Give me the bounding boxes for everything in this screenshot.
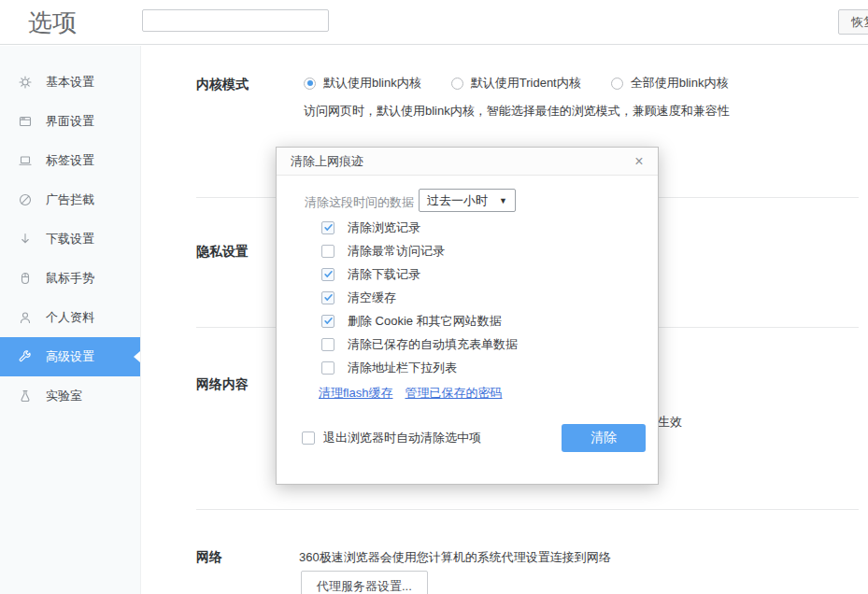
checkbox-label: 清除最常访问记录 bbox=[348, 243, 445, 260]
sidebar-item-mouse-gestures[interactable]: 鼠标手势 bbox=[0, 259, 140, 298]
dialog-titlebar: 清除上网痕迹 × bbox=[277, 148, 658, 176]
clear-browsing-traces-dialog: 清除上网痕迹 × 清除这段时间的数据： 过去一小时 ▼ 清除浏览记录 清除最常访… bbox=[276, 147, 659, 485]
sidebar-item-lab[interactable]: 实验室 bbox=[0, 376, 140, 416]
window-icon bbox=[18, 114, 33, 129]
sidebar-item-label: 高级设置 bbox=[46, 348, 94, 365]
wrench-icon bbox=[18, 349, 33, 364]
flask-icon bbox=[18, 389, 33, 403]
sidebar-item-label: 实验室 bbox=[46, 388, 82, 404]
clear-options-list: 清除浏览记录 清除最常访问记录 清除下载记录 清空缓存 删除 Cookie 和其… bbox=[321, 216, 518, 379]
radio-default-trident[interactable]: 默认使用Trident内核 bbox=[451, 75, 581, 92]
checkbox-icon bbox=[321, 268, 334, 281]
time-range-dropdown[interactable]: 过去一小时 ▼ bbox=[419, 189, 516, 212]
radio-default-blink[interactable]: 默认使用blink内核 bbox=[304, 75, 421, 92]
sidebar-item-ad-block[interactable]: 广告拦截 bbox=[0, 180, 140, 219]
block-icon bbox=[18, 192, 33, 207]
checkbox-icon bbox=[321, 338, 334, 351]
checkbox-icon bbox=[321, 315, 334, 328]
sidebar-item-basic-settings[interactable]: 基本设置 bbox=[0, 63, 140, 102]
proxy-server-settings-button[interactable]: 代理服务器设置... bbox=[301, 571, 428, 594]
checkbox-icon bbox=[321, 245, 334, 258]
sidebar-item-label: 鼠标手势 bbox=[46, 270, 94, 287]
sidebar-item-interface-settings[interactable]: 界面设置 bbox=[0, 102, 140, 141]
mouse-icon bbox=[18, 271, 33, 286]
person-icon bbox=[18, 310, 33, 325]
checkbox-label: 清除浏览记录 bbox=[348, 219, 420, 236]
sidebar-item-download-settings[interactable]: 下载设置 bbox=[0, 219, 140, 259]
dialog-links: 清理flash缓存 管理已保存的密码 bbox=[319, 385, 502, 402]
clear-button[interactable]: 清除 bbox=[562, 424, 646, 452]
gear-icon bbox=[18, 75, 33, 90]
manage-saved-passwords-link[interactable]: 管理已保存的密码 bbox=[405, 385, 502, 402]
kernel-mode-radio-group: 默认使用blink内核 默认使用Trident内核 全部使用blink内核 bbox=[304, 75, 728, 92]
checkbox-clear-download-history[interactable]: 清除下载记录 bbox=[321, 262, 518, 286]
checkbox-label: 清除已保存的自动填充表单数据 bbox=[348, 336, 518, 353]
checkbox-delete-cookies[interactable]: 删除 Cookie 和其它网站数据 bbox=[321, 309, 518, 332]
radio-circle-icon bbox=[304, 78, 316, 90]
radio-label: 全部使用blink内核 bbox=[631, 75, 729, 92]
obscured-partial-text: 生效 bbox=[658, 414, 682, 431]
checkbox-clear-browsing-history[interactable]: 清除浏览记录 bbox=[321, 216, 518, 239]
radio-label: 默认使用Trident内核 bbox=[471, 75, 581, 92]
network-label: 网络 bbox=[196, 549, 222, 566]
clear-flash-cache-link[interactable]: 清理flash缓存 bbox=[319, 385, 392, 402]
sidebar-item-tab-settings[interactable]: 标签设置 bbox=[0, 141, 140, 180]
chevron-down-icon: ▼ bbox=[499, 196, 507, 205]
time-range-value: 过去一小时 bbox=[427, 192, 488, 209]
sidebar-item-label: 基本设置 bbox=[46, 74, 94, 91]
close-icon[interactable]: × bbox=[630, 152, 648, 171]
sidebar: 基本设置 界面设置 标签设置 广告拦截 下载设置 鼠标手势 个人资料 bbox=[0, 46, 141, 594]
checkbox-clear-most-visited[interactable]: 清除最常访问记录 bbox=[321, 239, 518, 262]
radio-circle-icon bbox=[611, 78, 623, 90]
checkbox-icon bbox=[321, 361, 334, 375]
sidebar-item-label: 下载设置 bbox=[46, 231, 94, 248]
checkbox-clear-on-exit[interactable]: 退出浏览器时自动清除选中项 bbox=[302, 424, 481, 452]
radio-circle-icon bbox=[451, 78, 463, 90]
time-range-label: 清除这段时间的数据： bbox=[305, 194, 426, 211]
checkbox-icon bbox=[321, 221, 334, 234]
sidebar-item-label: 个人资料 bbox=[46, 309, 94, 326]
checkbox-clear-autofill[interactable]: 清除已保存的自动填充表单数据 bbox=[321, 332, 518, 356]
search-input[interactable] bbox=[142, 9, 329, 32]
privacy-settings-label: 隐私设置 bbox=[196, 244, 249, 261]
checkbox-label: 退出浏览器时自动清除选中项 bbox=[323, 430, 481, 446]
tab-icon bbox=[18, 153, 33, 168]
dialog-title: 清除上网痕迹 bbox=[291, 153, 363, 170]
network-description: 360极速浏览器会使用您计算机的系统代理设置连接到网络 bbox=[299, 549, 611, 566]
header: 选项 恢复 bbox=[0, 0, 868, 45]
sidebar-item-profile[interactable]: 个人资料 bbox=[0, 298, 140, 337]
checkbox-clear-cache[interactable]: 清空缓存 bbox=[321, 286, 518, 309]
checkbox-icon bbox=[321, 291, 334, 304]
sidebar-item-label: 标签设置 bbox=[46, 152, 94, 169]
checkbox-label: 删除 Cookie 和其它网站数据 bbox=[348, 313, 502, 330]
checkbox-label: 清空缓存 bbox=[348, 290, 396, 306]
download-icon bbox=[18, 232, 33, 247]
web-content-label: 网络内容 bbox=[196, 376, 249, 393]
sidebar-item-label: 广告拦截 bbox=[46, 191, 94, 208]
checkbox-label: 清除下载记录 bbox=[348, 266, 420, 283]
section-divider bbox=[196, 509, 859, 510]
sidebar-item-advanced-settings[interactable]: 高级设置 bbox=[0, 337, 140, 376]
radio-label: 默认使用blink内核 bbox=[323, 75, 421, 92]
kernel-mode-label: 内核模式 bbox=[196, 77, 249, 93]
radio-all-blink[interactable]: 全部使用blink内核 bbox=[611, 75, 729, 92]
restore-defaults-button[interactable]: 恢复 bbox=[838, 9, 868, 35]
checkbox-icon bbox=[302, 431, 315, 445]
page-title: 选项 bbox=[28, 7, 77, 39]
checkbox-clear-addressbar-dropdown[interactable]: 清除地址栏下拉列表 bbox=[321, 356, 518, 379]
checkbox-label: 清除地址栏下拉列表 bbox=[348, 360, 457, 376]
sidebar-item-label: 界面设置 bbox=[46, 113, 94, 130]
kernel-mode-description: 访问网页时，默认使用blink内核，智能选择最佳的浏览模式，兼顾速度和兼容性 bbox=[304, 103, 730, 120]
